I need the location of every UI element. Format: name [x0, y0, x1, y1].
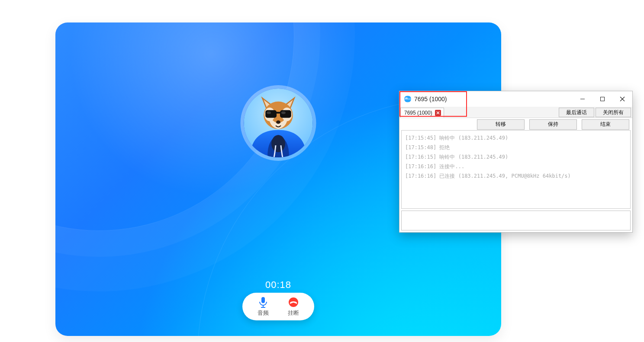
- call-timer: 00:18: [265, 279, 291, 291]
- call-log-dialog: 7695 (1000) 7695 (1000): [399, 91, 633, 233]
- audio-button[interactable]: 音频: [250, 296, 276, 317]
- message-input[interactable]: [401, 211, 631, 230]
- svg-rect-7: [276, 112, 281, 114]
- tab-close-button[interactable]: [435, 110, 441, 116]
- hangup-button[interactable]: 挂断: [280, 296, 306, 317]
- window-minimize-button[interactable]: [573, 91, 592, 107]
- dialog-title: 7695 (1000): [414, 96, 447, 102]
- microphone-icon: [258, 296, 268, 308]
- app-globe-icon: [404, 95, 412, 103]
- svg-point-10: [276, 121, 280, 124]
- call-log-textarea[interactable]: [17:15:45] 响铃中 (183.211.245.49) [17:15:4…: [401, 130, 631, 209]
- svg-point-8: [267, 112, 271, 114]
- message-input-wrapper: [401, 211, 631, 230]
- svg-rect-5: [265, 110, 277, 118]
- last-call-button[interactable]: 最后通话: [559, 108, 594, 117]
- hangup-icon: [287, 296, 300, 308]
- svg-point-1: [271, 135, 285, 152]
- svg-point-16: [405, 97, 408, 99]
- hold-button[interactable]: 保持: [529, 119, 577, 130]
- window-close-button[interactable]: [612, 91, 632, 107]
- svg-rect-11: [261, 297, 265, 303]
- audio-label: 音频: [258, 309, 269, 317]
- transfer-button[interactable]: 转移: [477, 119, 525, 130]
- call-controls: 音频 挂断: [242, 293, 314, 320]
- svg-rect-18: [601, 97, 605, 101]
- contact-avatar: [244, 89, 313, 157]
- dialog-titlebar[interactable]: 7695 (1000): [399, 91, 632, 107]
- session-tab[interactable]: 7695 (1000): [400, 108, 444, 118]
- tab-row: 7695 (1000) 最后通话 关闭所有: [399, 107, 632, 118]
- svg-point-9: [281, 112, 286, 114]
- svg-line-20: [620, 97, 625, 101]
- close-all-button[interactable]: 关闭所有: [596, 108, 631, 117]
- end-button[interactable]: 结束: [582, 119, 629, 130]
- svg-line-19: [620, 97, 625, 101]
- avatar-ring: [241, 85, 316, 161]
- window-controls: [573, 91, 632, 107]
- hangup-label: 挂断: [288, 309, 299, 317]
- action-row: 转移 保持 结束: [399, 118, 632, 130]
- session-tab-label: 7695 (1000): [404, 110, 432, 116]
- window-maximize-button[interactable]: [592, 91, 612, 107]
- svg-rect-6: [280, 110, 291, 118]
